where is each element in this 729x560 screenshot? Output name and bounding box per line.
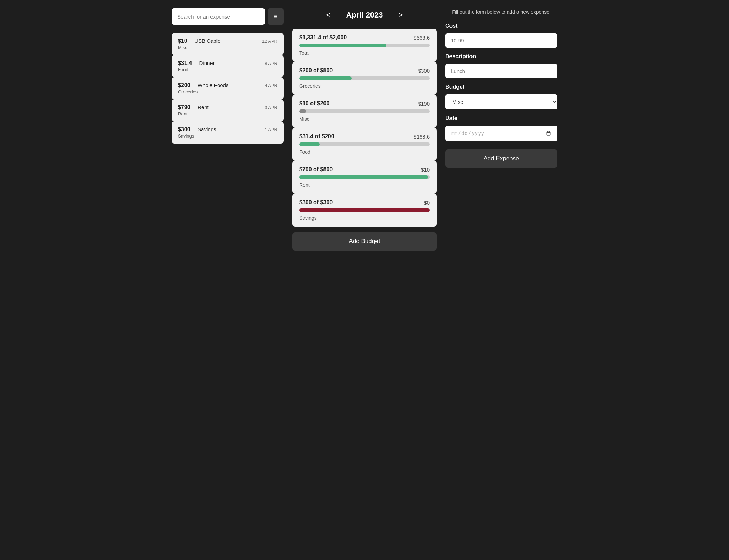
add-expense-button[interactable]: Add Expense [445, 149, 557, 168]
expense-date: 3 APR [265, 105, 277, 110]
budget-label: Budget [445, 84, 557, 90]
right-column: Fill out the form below to add a new exp… [445, 8, 557, 251]
expense-name: Dinner [199, 60, 215, 66]
budget-remaining: $300 [418, 68, 430, 74]
progress-bar-bg [299, 175, 430, 179]
expense-name: Rent [198, 104, 209, 110]
budget-card: $10 of $200 $190 Misc [292, 95, 437, 128]
cost-field: Cost [445, 23, 557, 48]
progress-bar-bg [299, 44, 430, 47]
expense-amount: $31.4 [178, 60, 192, 66]
budget-spent: $790 of $800 [299, 166, 333, 173]
budget-field: Budget MiscFoodGroceriesRentSavings [445, 84, 557, 109]
progress-bar-bg [299, 142, 430, 146]
budget-remaining: $668.6 [414, 35, 430, 41]
middle-column: < April 2023 > $1,331.4 of $2,000 $668.6… [292, 8, 437, 251]
budget-list: $1,331.4 of $2,000 $668.6 Total $200 of … [292, 29, 437, 227]
budget-card: $1,331.4 of $2,000 $668.6 Total [292, 29, 437, 62]
date-input-wrapper [445, 126, 557, 141]
expense-amount: $200 [178, 82, 190, 88]
budget-label: Food [299, 149, 310, 155]
expense-date: 4 APR [265, 83, 277, 88]
expense-amount: $790 [178, 104, 190, 110]
expense-card[interactable]: $200 Whole Foods 4 APR Groceries [172, 77, 284, 99]
search-row: ≡ [172, 8, 284, 25]
progress-bar-bg [299, 109, 430, 113]
description-label: Description [445, 53, 557, 60]
budget-spent: $300 of $300 [299, 199, 333, 206]
expense-card[interactable]: $790 Rent 3 APR Rent [172, 99, 284, 121]
expense-date: 12 APR [262, 39, 277, 44]
description-input[interactable] [445, 64, 557, 78]
add-budget-button[interactable]: Add Budget [292, 232, 437, 251]
budget-card: $790 of $800 $10 Rent [292, 161, 437, 194]
date-input[interactable] [445, 126, 557, 141]
budget-select[interactable]: MiscFoodGroceriesRentSavings [445, 94, 557, 109]
expense-category: Food [178, 67, 277, 72]
cost-label: Cost [445, 23, 557, 29]
progress-bar-bg [299, 208, 430, 212]
budget-label: Savings [299, 215, 317, 221]
filter-icon: ≡ [274, 13, 278, 20]
budget-remaining: $190 [418, 101, 430, 107]
expense-card[interactable]: $300 Savings 1 APR Savings [172, 121, 284, 144]
progress-bar-fill [299, 44, 386, 47]
progress-bar-fill [299, 208, 430, 212]
progress-bar-fill [299, 175, 428, 179]
budget-spent: $200 of $500 [299, 67, 333, 74]
expense-amount: $10 [178, 38, 187, 44]
budget-remaining: $168.6 [414, 134, 430, 140]
left-column: ≡ $10 USB Cable 12 APR Misc $31.4 Dinner… [172, 8, 284, 251]
app-container: ≡ $10 USB Cable 12 APR Misc $31.4 Dinner… [172, 8, 557, 251]
budget-card: $200 of $500 $300 Groceries [292, 62, 437, 95]
cost-input[interactable] [445, 33, 557, 48]
expense-category: Groceries [178, 89, 277, 94]
expense-card[interactable]: $10 USB Cable 12 APR Misc [172, 33, 284, 55]
description-field: Description [445, 53, 557, 78]
budget-label: Total [299, 50, 310, 56]
prev-month-button[interactable]: < [322, 8, 335, 22]
expense-card[interactable]: $31.4 Dinner 8 APR Food [172, 55, 284, 77]
budget-label: Misc [299, 116, 309, 122]
progress-bar-fill [299, 76, 352, 80]
budget-label: Rent [299, 182, 310, 188]
expense-name: Whole Foods [198, 82, 228, 88]
search-input[interactable] [172, 8, 265, 25]
budget-card: $300 of $300 $0 Savings [292, 194, 437, 227]
month-nav: < April 2023 > [292, 8, 437, 22]
progress-bar-fill [299, 109, 306, 113]
budget-spent: $1,331.4 of $2,000 [299, 34, 347, 41]
date-label: Date [445, 115, 557, 121]
expense-name: Savings [198, 126, 216, 132]
month-title: April 2023 [346, 11, 383, 20]
expense-amount: $300 [178, 126, 190, 132]
expense-category: Rent [178, 111, 277, 116]
budget-remaining: $0 [424, 200, 430, 206]
next-month-button[interactable]: > [394, 8, 407, 22]
expense-name: USB Cable [194, 38, 220, 44]
budget-label: Groceries [299, 83, 321, 89]
expense-category: Misc [178, 45, 277, 50]
progress-bar-bg [299, 76, 430, 80]
budget-card: $31.4 of $200 $168.6 Food [292, 128, 437, 161]
filter-button[interactable]: ≡ [268, 8, 284, 25]
expense-category: Savings [178, 133, 277, 139]
date-field: Date [445, 115, 557, 141]
form-hint: Fill out the form below to add a new exp… [445, 8, 557, 16]
expense-date: 8 APR [265, 61, 277, 66]
expense-list: $10 USB Cable 12 APR Misc $31.4 Dinner 8… [172, 33, 284, 144]
budget-remaining: $10 [421, 167, 430, 173]
expense-date: 1 APR [265, 127, 277, 132]
progress-bar-fill [299, 142, 320, 146]
budget-spent: $10 of $200 [299, 100, 329, 107]
budget-spent: $31.4 of $200 [299, 133, 334, 140]
